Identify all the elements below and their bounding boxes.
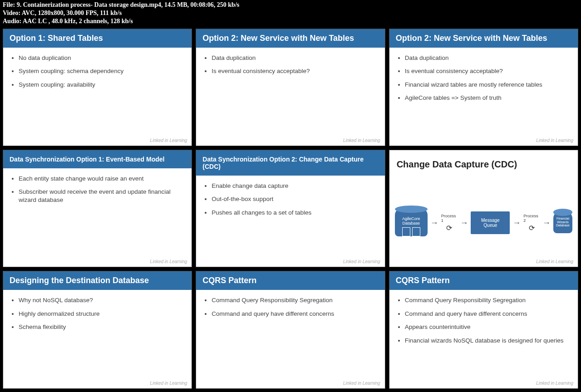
financial-wizards-db: Financial Wizards Database: [553, 212, 572, 233]
bullet: Command Query Responsibility Segregation: [405, 296, 571, 304]
slide-cdc-diagram: Change Data Capture (CDC) AgileCore Data…: [389, 150, 578, 267]
bullet: Is eventual consistency acceptable?: [405, 67, 571, 75]
slide-option1-shared-tables: Option 1: Shared Tables No data duplicat…: [3, 29, 192, 146]
slide-body: Why not NoSQL database? Highly denormali…: [3, 290, 192, 388]
slide-cqrs-2: CQRS Pattern Command Query Responsibilit…: [389, 271, 578, 388]
grid-icon: [412, 227, 420, 236]
slide-body: Data duplication Is eventual consistency…: [196, 48, 384, 146]
slide-title: Designing the Destination Database: [3, 271, 192, 290]
media-metadata-header: File: 9. Containerization process- Data …: [0, 0, 581, 29]
slide-title: Data Synchronization Option 2: Change Da…: [196, 150, 384, 176]
video-info-line: Video: AVC, 1280x800, 30.000 FPS, 111 kb…: [3, 9, 578, 17]
bullet: Is eventual consistency acceptable?: [212, 67, 377, 75]
file-icon: [402, 227, 410, 236]
slide-title: Option 2: New Service with New Tables: [389, 29, 578, 48]
watermark: Linked in Learning: [343, 138, 380, 143]
bullet: Financial wizards NoSQL database is desi…: [405, 337, 571, 345]
watermark: Linked in Learning: [343, 381, 380, 386]
slide-title: Option 2: New Service with New Tables: [196, 29, 384, 48]
bullet: Why not NoSQL database?: [19, 296, 184, 304]
watermark: Linked in Learning: [150, 259, 187, 264]
slide-body: Data duplication Is eventual consistency…: [389, 48, 578, 146]
slide-title: Option 1: Shared Tables: [3, 29, 192, 48]
slide-body: Enable change data capture Out-of-the-bo…: [196, 176, 384, 267]
bullet: System coupling: availability: [19, 81, 184, 89]
file-info-line: File: 9. Containerization process- Data …: [3, 1, 578, 9]
watermark: Linked in Learning: [343, 259, 380, 264]
slide-plain-title: Change Data Capture (CDC): [389, 150, 578, 179]
slide-cqrs-1: CQRS Pattern Command Query Responsibilit…: [196, 271, 385, 388]
slide-sync-cdc: Data Synchronization Option 2: Change Da…: [196, 150, 385, 267]
message-queue: Message Queue: [471, 211, 510, 234]
watermark: Linked in Learning: [150, 138, 187, 143]
bullet: Subscriber would receive the event and u…: [19, 188, 184, 204]
watermark: Linked in Learning: [536, 381, 573, 386]
bullet: Each entity state change would raise an …: [19, 175, 184, 183]
bullet: Data duplication: [212, 54, 377, 62]
slide-destination-db: Designing the Destination Database Why n…: [3, 271, 192, 388]
bullet: Command and query have different concern…: [405, 310, 571, 318]
cycle-icon: ⟳: [446, 224, 452, 232]
bullet: Appears counterintuitive: [405, 323, 571, 331]
database-icon: Financial Wizards Database: [553, 212, 572, 233]
bullet: Out-of-the-box support: [212, 195, 377, 203]
database-icon: AgileCore Database Transaction Logs CDC …: [395, 209, 428, 236]
bullet: Highly denormalized structure: [19, 310, 184, 318]
agilecore-db: AgileCore Database Transaction Logs CDC …: [395, 209, 428, 236]
watermark: Linked in Learning: [536, 138, 573, 143]
slide-title: CQRS Pattern: [389, 271, 578, 290]
watermark: Linked in Learning: [536, 259, 573, 264]
process-2: Process 2 ⟳: [523, 214, 540, 232]
audio-info-line: Audio: AAC LC , 48.0 kHz, 2 channels, 12…: [3, 17, 578, 25]
process-1: Process 1 ⟳: [441, 214, 458, 232]
bullet: Financial wizard tables are mostly refer…: [405, 81, 571, 89]
bullet: AgileCore tables => System of truth: [405, 94, 571, 102]
slide-body: Command Query Responsibility Segregation…: [389, 290, 578, 388]
slide-title: Data Synchronization Option 1: Event-Bas…: [3, 150, 192, 168]
bullet: Command Query Responsibility Segregation: [212, 296, 377, 304]
arrow-icon: →: [512, 219, 521, 227]
slide-body: Each entity state change would raise an …: [3, 168, 192, 267]
cycle-icon: ⟳: [529, 224, 535, 232]
bullet: Enable change data capture: [212, 182, 377, 190]
bullet: Command and query have different concern…: [212, 310, 377, 318]
arrow-icon: →: [430, 219, 438, 227]
arrow-icon: →: [542, 219, 551, 227]
slide-body: No data duplication System coupling: sch…: [3, 48, 192, 146]
cdc-diagram: AgileCore Database Transaction Logs CDC …: [389, 179, 578, 267]
watermark: Linked in Learning: [150, 381, 187, 386]
bullet: Data duplication: [405, 54, 571, 62]
bullet: No data duplication: [19, 54, 184, 62]
slide-option2-new-service-2: Option 2: New Service with New Tables Da…: [389, 29, 578, 146]
slide-grid: Option 1: Shared Tables No data duplicat…: [0, 29, 581, 392]
bullet: Pushes all changes to a set of tables: [212, 209, 377, 217]
bullet: System coupling: schema dependency: [19, 67, 184, 75]
bullet: Schema flexibility: [19, 323, 184, 331]
slide-option2-new-service-1: Option 2: New Service with New Tables Da…: [196, 29, 385, 146]
arrow-icon: →: [460, 219, 468, 227]
slide-sync-event-based: Data Synchronization Option 1: Event-Bas…: [3, 150, 192, 267]
slide-title: CQRS Pattern: [196, 271, 384, 290]
slide-body: Command Query Responsibility Segregation…: [196, 290, 384, 388]
